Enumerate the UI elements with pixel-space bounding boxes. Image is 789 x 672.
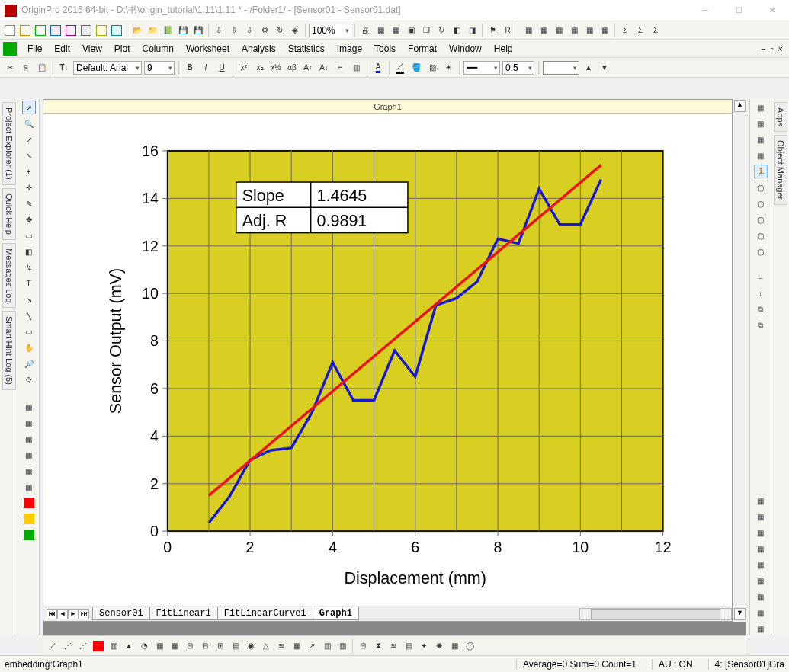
scatter-plot-icon[interactable]: ⋰	[61, 639, 75, 653]
new-layout-icon[interactable]	[79, 24, 93, 37]
area-plot-icon[interactable]: ▲	[122, 639, 136, 653]
polar-icon[interactable]: ◉	[244, 639, 258, 653]
tab-last-icon[interactable]: ⏭	[79, 609, 89, 619]
code-builder-icon[interactable]: ⚑	[486, 24, 499, 37]
scale-in-icon[interactable]: ⤢	[22, 133, 36, 146]
zoom-in-icon[interactable]: 🔍	[22, 117, 36, 130]
copy-icon[interactable]: ⎘	[19, 61, 33, 75]
ungroup-icon[interactable]: ⧉	[754, 318, 768, 332]
lighting-icon[interactable]: ☀	[441, 61, 455, 75]
bold-icon[interactable]: B	[183, 61, 197, 75]
wind-rose-icon[interactable]: ✺	[432, 639, 446, 653]
contour-icon[interactable]: ≋	[274, 639, 288, 653]
double-y-icon[interactable]: ⊞	[213, 639, 227, 653]
new-excel-icon[interactable]	[34, 24, 47, 37]
scroll-down-icon[interactable]: ▼	[734, 608, 746, 620]
menu-window[interactable]: Window	[443, 41, 488, 56]
underline-icon[interactable]: U	[215, 61, 229, 75]
maximize-button[interactable]: ☐	[722, 1, 755, 21]
messages-log-tab[interactable]: Messages Log	[2, 243, 16, 309]
zoom-pan-icon[interactable]: 🔎	[22, 357, 36, 370]
screen-reader-icon[interactable]: ✛	[22, 181, 36, 194]
uniform-h-icon[interactable]: ↕	[754, 286, 768, 300]
cut-icon[interactable]: ✂	[3, 61, 17, 75]
pointer-tool-icon[interactable]: ➚	[22, 101, 36, 114]
tab-next-icon[interactable]: ▶	[68, 609, 79, 619]
y-axis-label[interactable]: Sensor Output (mV)	[107, 268, 125, 414]
layout1-icon[interactable]: ▢	[754, 181, 768, 194]
lock-green-icon[interactable]	[22, 528, 36, 542]
add-inset-icon[interactable]: ▦	[582, 24, 596, 37]
save-template-icon[interactable]: 💾	[191, 24, 205, 37]
digitizer-icon[interactable]: ◈	[288, 24, 302, 37]
zoom-select[interactable]: 100%	[309, 24, 351, 37]
r-console-icon[interactable]: R	[501, 24, 515, 37]
mask-range-icon[interactable]: ▦	[754, 510, 768, 523]
insert-graph-icon[interactable]: ▦	[22, 400, 36, 414]
align-bottom-icon[interactable]: ▦	[754, 149, 768, 162]
data-cursor-icon[interactable]: ✥	[22, 213, 36, 226]
menu-image[interactable]: Image	[331, 41, 368, 56]
fill-color-icon[interactable]: 🪣	[409, 61, 423, 75]
menu-file[interactable]: File	[21, 41, 48, 56]
font-select[interactable]: Default: Arial	[73, 61, 142, 75]
menu-tools[interactable]: Tools	[368, 41, 402, 56]
radar-icon[interactable]: ✦	[417, 639, 431, 653]
group-icon[interactable]: ⧉	[754, 302, 768, 316]
disable-mask-icon[interactable]: ▦	[754, 590, 768, 603]
bubble-icon[interactable]: ◯	[463, 639, 476, 653]
save-icon[interactable]: 💾	[176, 24, 190, 37]
send-graphs-icon[interactable]: ▦	[389, 24, 403, 37]
bar-plot-icon[interactable]: ▥	[107, 639, 120, 653]
add-color-icon[interactable]: ◨	[465, 24, 479, 37]
pattern-icon[interactable]: ▨	[425, 61, 439, 75]
new-function-icon[interactable]	[110, 24, 123, 37]
add-layer-icon[interactable]: ▦	[537, 24, 550, 37]
unmask-icon[interactable]: ▦	[754, 542, 768, 555]
scroll-up-icon[interactable]: ▲	[734, 100, 746, 112]
align-left-icon[interactable]: ▦	[754, 101, 768, 114]
column-plot-icon[interactable]	[91, 639, 105, 653]
align2-icon[interactable]: ▥	[349, 61, 363, 75]
stack-icon[interactable]: ▤	[229, 639, 242, 653]
menu-edit[interactable]: Edit	[48, 41, 76, 56]
new-project-icon[interactable]	[3, 24, 17, 37]
subscript-icon[interactable]: x₂	[253, 61, 267, 75]
vector-icon[interactable]: ↗	[305, 639, 319, 653]
new-graph-icon[interactable]	[49, 24, 63, 37]
hide-masked-icon[interactable]: ▦	[754, 558, 768, 571]
batch-process-icon[interactable]: ⚙	[258, 24, 271, 37]
rect-tool-icon[interactable]: ▭	[22, 325, 36, 338]
menu-view[interactable]: View	[76, 41, 108, 56]
open-template-icon[interactable]: 📁	[146, 24, 159, 37]
fill-swatch-select[interactable]	[543, 61, 579, 75]
object-manager-tab[interactable]: Object Manager	[774, 135, 787, 205]
add-right-y-icon[interactable]: ▦	[22, 464, 36, 478]
print-icon[interactable]: 🖨	[358, 24, 372, 37]
mask-toggle-icon[interactable]: ▦	[754, 526, 768, 539]
violin-icon[interactable]: ⧗	[371, 639, 385, 653]
graph-body[interactable]: 024681012 0246810121416 Displacement (mm…	[43, 114, 732, 606]
duplicate-icon[interactable]: ❐	[419, 24, 433, 37]
refresh-icon[interactable]: ↻	[435, 24, 448, 37]
open-excel-icon[interactable]: 📗	[161, 24, 175, 37]
line-color-icon[interactable]: ／	[393, 61, 407, 75]
waterfall-icon[interactable]: ▤	[402, 639, 415, 653]
add-top-x-icon[interactable]: ▦	[22, 448, 36, 462]
selection-icon[interactable]: ▭	[22, 229, 36, 242]
rescale-tool-icon[interactable]: ▦	[22, 432, 36, 446]
superscript-icon[interactable]: x²	[237, 61, 251, 75]
quick-help-tab[interactable]: Quick Help	[2, 188, 16, 240]
mask-icon[interactable]: ◧	[22, 245, 36, 258]
box-chart-icon[interactable]: ⊟	[356, 639, 370, 653]
mdi-close-icon[interactable]: ×	[778, 44, 783, 53]
template-lib-icon[interactable]: ▥	[335, 639, 349, 653]
hand-tool-icon[interactable]: ✋	[22, 341, 36, 354]
tab-fitlinearcurve1[interactable]: FitLinearCurve1	[217, 607, 313, 620]
line-tool-icon[interactable]: ╲	[22, 309, 36, 322]
hist-icon[interactable]: ▥	[320, 639, 334, 653]
swap-mask-icon[interactable]: ▦	[754, 574, 768, 587]
tab-first-icon[interactable]: ⏮	[47, 609, 57, 619]
paste-icon[interactable]: 📋	[35, 61, 49, 75]
reader-icon[interactable]: +	[22, 165, 36, 178]
